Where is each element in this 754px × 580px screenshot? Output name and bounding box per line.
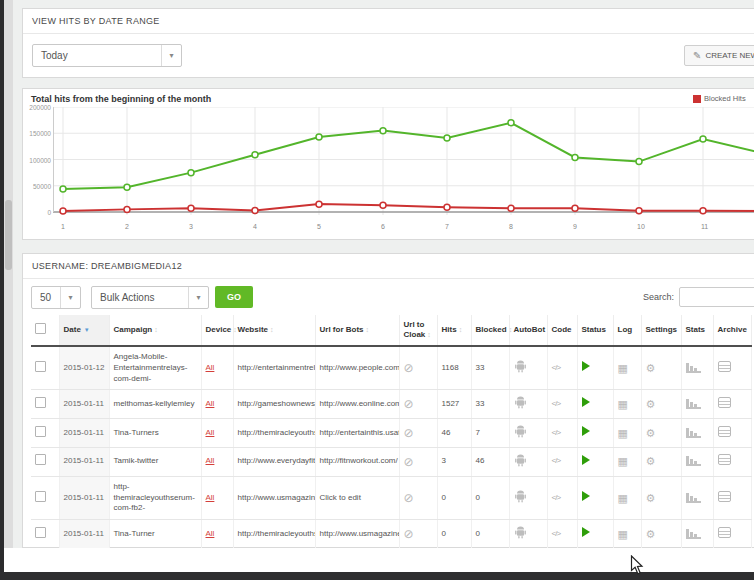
row-checkbox[interactable] [35, 527, 46, 538]
column-header-campaign[interactable]: Campaign↕ [109, 315, 201, 346]
website-cell[interactable]: http://www.usmagazine.c... [233, 476, 315, 519]
select-all-checkbox[interactable] [35, 323, 46, 334]
circle-slash-icon[interactable]: ⊘ [404, 491, 414, 505]
device-link[interactable]: All [206, 428, 215, 437]
column-header-url-to-cloak[interactable]: Url to Cloak↕ [399, 315, 437, 346]
website-cell[interactable]: http://gameshownews.net [233, 390, 315, 419]
log-grid-icon[interactable]: ▦ [618, 427, 628, 439]
code-icon[interactable]: </> [552, 529, 561, 538]
archive-box-icon[interactable] [718, 361, 731, 372]
gear-icon[interactable]: ⚙ [646, 492, 656, 504]
play-status-icon[interactable] [582, 491, 590, 501]
android-robot-icon[interactable] [514, 489, 527, 503]
log-grid-icon[interactable]: ▦ [618, 398, 628, 410]
gear-icon[interactable]: ⚙ [646, 398, 656, 410]
archive-box-icon[interactable] [718, 527, 731, 538]
log-grid-icon[interactable]: ▦ [618, 492, 628, 504]
bar-chart-icon[interactable] [686, 492, 701, 503]
url-to-cloak-cell: ⊘ [399, 447, 437, 476]
android-robot-icon[interactable] [514, 424, 527, 438]
archive-box-icon[interactable] [718, 454, 731, 465]
archive-box-icon[interactable] [718, 397, 731, 408]
bar-chart-icon[interactable] [686, 528, 701, 539]
device-cell: All [201, 390, 233, 419]
play-status-icon[interactable] [582, 455, 590, 465]
hits-cell: 3 [437, 447, 471, 476]
url-for-bots-cell[interactable]: http://entertainthis.usatod... [315, 419, 399, 448]
row-checkbox[interactable] [35, 491, 46, 502]
device-link[interactable]: All [206, 399, 215, 408]
code-icon[interactable]: </> [552, 456, 561, 465]
row-checkbox[interactable] [35, 454, 46, 465]
url-for-bots-cell[interactable]: http://www.usmagazine.c... [315, 520, 399, 549]
website-cell[interactable]: http://entertainmentrelays... [233, 346, 315, 390]
gear-icon[interactable]: ⚙ [646, 455, 656, 467]
column-header-url-for-bots[interactable]: Url for Bots↕ [315, 315, 399, 346]
code-icon[interactable]: </> [552, 363, 561, 372]
website-cell[interactable]: http://themiracleyouthser... [233, 419, 315, 448]
bar-chart-icon[interactable] [686, 427, 701, 438]
code-icon[interactable]: </> [552, 493, 561, 502]
android-robot-icon[interactable] [514, 453, 527, 467]
code-icon[interactable]: </> [552, 399, 561, 408]
archive-box-icon[interactable] [718, 491, 731, 502]
url-for-bots-cell[interactable]: Click to edit [315, 476, 399, 519]
device-link[interactable]: All [206, 456, 215, 465]
column-header-website[interactable]: Website↕ [233, 315, 315, 346]
page-size-select[interactable]: 50 ▾ [31, 286, 81, 309]
circle-slash-icon[interactable]: ⊘ [404, 455, 414, 469]
hits-cell: 0 [437, 476, 471, 519]
android-robot-icon[interactable] [514, 395, 527, 409]
left-scrollbar[interactable] [4, 0, 13, 572]
log-grid-icon[interactable]: ▦ [618, 455, 628, 467]
column-header-hits[interactable]: Hits↕ [437, 315, 471, 346]
row-checkbox[interactable] [35, 426, 46, 437]
column-label: Blocked [476, 325, 507, 334]
code-cell: </> [547, 447, 577, 476]
android-robot-icon[interactable] [514, 525, 527, 539]
bulk-actions-select[interactable]: Bulk Actions ▾ [91, 286, 209, 309]
blocked-cell: 0 [471, 520, 509, 549]
search-input[interactable] [679, 287, 754, 307]
url-for-bots-cell[interactable]: http://www.people.com/ar... [315, 346, 399, 390]
play-status-icon[interactable] [582, 397, 590, 407]
blocked-cell: 33 [471, 346, 509, 390]
blocked-cell: 33 [471, 390, 509, 419]
android-robot-icon[interactable] [514, 359, 527, 373]
circle-slash-icon[interactable]: ⊘ [404, 527, 414, 541]
circle-slash-icon[interactable]: ⊘ [404, 426, 414, 440]
code-icon[interactable]: </> [552, 428, 561, 437]
create-new-campaign-button[interactable]: ✎ CREATE NEW CAMPAIGN [684, 45, 754, 66]
url-for-bots-cell[interactable]: http://fitnworkout.com/ [315, 447, 399, 476]
circle-slash-icon[interactable]: ⊘ [404, 397, 414, 411]
device-link[interactable]: All [206, 529, 215, 538]
column-header-date[interactable]: Date▼ [59, 315, 109, 346]
column-header-device[interactable]: Device↕ [201, 315, 233, 346]
bar-chart-icon[interactable] [686, 362, 701, 373]
website-cell[interactable]: http://themiracleyouthser... [233, 520, 315, 549]
gear-icon[interactable]: ⚙ [646, 427, 656, 439]
go-button[interactable]: GO [215, 286, 253, 308]
url-for-bots-cell[interactable]: http://www.eonline.com/n... [315, 390, 399, 419]
device-link[interactable]: All [206, 363, 215, 372]
row-checkbox[interactable] [35, 361, 46, 372]
play-status-icon[interactable] [582, 527, 590, 537]
device-link[interactable]: All [206, 493, 215, 502]
bar-chart-icon[interactable] [686, 455, 701, 466]
gear-icon[interactable]: ⚙ [646, 528, 656, 540]
date-range-select[interactable]: Today ▾ [32, 44, 182, 67]
log-grid-icon[interactable]: ▦ [618, 362, 628, 374]
play-status-icon[interactable] [582, 426, 590, 436]
column-label: Status [582, 325, 606, 334]
scrollbar-thumb[interactable] [5, 200, 12, 270]
archive-box-icon[interactable] [718, 426, 731, 437]
circle-slash-icon[interactable]: ⊘ [404, 361, 414, 375]
column-header-blocked[interactable]: Blocked↕ [471, 315, 509, 346]
gear-icon[interactable]: ⚙ [646, 362, 656, 374]
x-axis-tick-label: 1 [61, 223, 65, 230]
bar-chart-icon[interactable] [686, 398, 701, 409]
row-checkbox[interactable] [35, 397, 46, 408]
play-status-icon[interactable] [582, 361, 590, 371]
log-grid-icon[interactable]: ▦ [618, 528, 628, 540]
website-cell[interactable]: http://www.everydayfitnes... [233, 447, 315, 476]
